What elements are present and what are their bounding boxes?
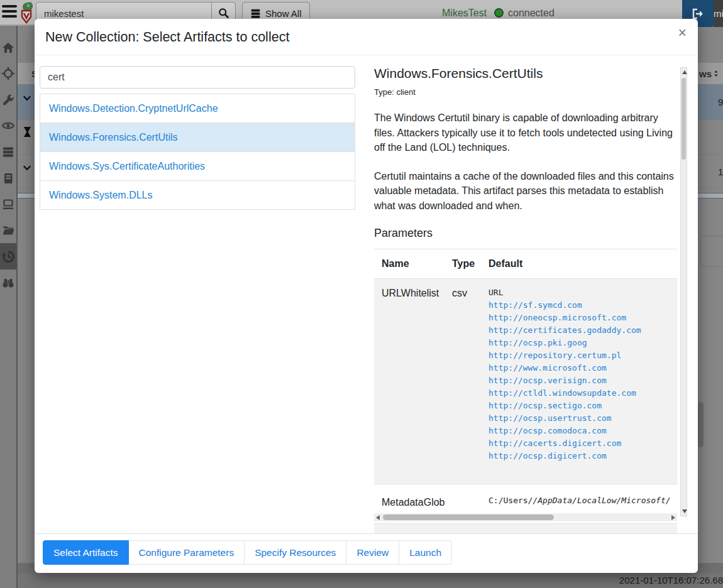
wizard-step-launch[interactable]: Launch [399,540,452,565]
crosshair-icon [2,67,14,80]
background-lower-band [18,563,35,573]
parameter-row-alsoupload: AlsoUpload bool [374,524,677,534]
header-type: Type [450,249,487,278]
laptop-icon [2,198,14,210]
background-table-left-sliver: S [18,26,35,573]
wizard-step-specify-resources[interactable]: Specify Resources [244,540,346,565]
artifact-type: Type: client [374,87,677,97]
url-column-label: URL [488,286,675,299]
artifact-details-panel: Windows.Forensics.CertUtils Type: client… [374,66,687,534]
background-cell-value: 9 [718,85,723,119]
parameter-name: AlsoUpload [374,524,450,534]
artifact-list-item[interactable]: Windows.Sys.CertificateAuthorities [40,152,355,181]
url-link[interactable]: http://ocsp.usertrust.com [488,412,675,425]
wizard-steps: Select Artifacts Configure Parameters Sp… [43,540,452,565]
close-icon[interactable]: × [678,26,687,40]
url-link[interactable]: http://ocsp.sectigo.com [488,400,675,412]
parameters-heading: Parameters [374,227,677,240]
home-icon [2,41,14,54]
parameters-table: Name Type Default URLWhitelist csv URL h… [374,249,677,534]
parameter-default [487,524,677,534]
artifact-list-item-selected[interactable]: Windows.Forensics.CertUtils [40,123,355,152]
chevron-down-icon [22,163,32,173]
background-blue-edge [18,193,35,199]
vertical-scroll-thumb[interactable] [682,78,686,160]
sidebar-item-server-dashboard[interactable] [0,140,16,164]
url-link[interactable]: http://oneocsp.microsoft.com [488,312,675,324]
sidebar-item-virtual-filesystem[interactable] [0,219,16,242]
vertical-scrollbar[interactable] [680,67,687,516]
url-link[interactable]: http://cacerts.digicert.com [488,437,675,450]
url-link[interactable]: http://ctldl.windowsupdate.com [488,387,675,400]
wrench-icon [2,94,14,106]
url-link[interactable]: http://ocsp.pki.goog [488,337,675,349]
sidebar-item-search[interactable] [0,271,16,295]
background-row [698,119,723,154]
history-icon [2,250,15,263]
artifact-list-item[interactable]: Windows.System.DLLs [40,181,355,210]
navigation-sidebar [0,26,18,588]
url-link[interactable]: http://ocsp.verisign.com [488,374,675,387]
header-name: Name [374,249,450,278]
background-column-header-right: ws [698,63,723,85]
sidebar-item-notebooks[interactable] [0,166,16,190]
sidebar-item-hunts[interactable] [0,62,16,85]
url-link[interactable]: http://ocsp.comodoca.com [488,425,675,437]
modal-footer: Select Artifacts Configure Parameters Sp… [35,533,698,573]
scroll-down-icon [682,509,687,513]
app-root: Show All MikesTest connected mi [0,0,723,588]
artifact-description-paragraph: Certutil maintains a cache of the downlo… [374,169,677,214]
user-menu-fragment[interactable]: mi [714,0,723,27]
background-lower-band [698,563,723,573]
folder-open-icon [2,224,14,237]
sidebar-item-server-artifacts[interactable] [0,88,16,112]
sidebar-item-home[interactable] [0,36,16,60]
glob-italic-path: /AppData/LocalLow/Microsoft/ [533,496,670,505]
hourglass-icon [22,126,33,138]
parameter-row-urlwhitelist: URLWhitelist csv URL http://sf.symcd.com… [374,279,677,484]
velociraptor-logo [18,1,35,28]
background-row [18,119,35,154]
artifact-list-item[interactable]: Windows.Detection.CryptnetUrlCache [40,94,355,123]
artifact-search-input[interactable] [40,66,355,89]
horizontal-scroll-thumb[interactable] [383,514,554,520]
scroll-left-icon [376,515,380,520]
new-collection-modal: New Collection: Select Artifacts to coll… [35,19,698,573]
background-bottom-band: 2021-01-10T16:07:26.68 [18,573,723,588]
artifact-description-paragraph: The Windows Certutil binary is capable o… [374,111,677,155]
parameter-name: URLWhitelist [374,279,450,484]
parameters-table-header-row: Name Type Default [374,249,677,279]
sort-icon [712,68,720,79]
background-column-header-left: S [18,63,35,85]
logout-icon [692,8,704,20]
wizard-step-configure-parameters[interactable]: Configure Parameters [128,540,245,565]
chevron-down-icon [22,93,32,103]
background-card-outline [700,236,723,267]
url-link[interactable]: http://www.microsoft.com [488,362,675,374]
wizard-step-review[interactable]: Review [346,540,399,565]
background-row [18,154,35,188]
artifact-list: Windows.Detection.CryptnetUrlCache Windo… [40,94,355,210]
url-link[interactable]: http://repository.certum.pl [488,349,675,362]
url-link[interactable]: http://ocsp.digicert.com [488,450,675,462]
hamburger-menu-icon[interactable] [2,5,17,21]
horizontal-scrollbar[interactable] [374,513,677,521]
sidebar-item-collected-flows[interactable] [0,243,16,270]
notebook-icon [2,172,14,185]
background-row-selected: 9 [698,85,723,119]
server-list-icon [250,8,261,19]
url-link[interactable]: http://certificates.godaddy.com [488,324,675,337]
search-icon [218,8,229,19]
background-scrollbar-thumb [698,402,704,447]
modal-title: New Collection: Select Artifacts to coll… [45,19,289,55]
sidebar-item-server-events[interactable] [0,114,16,138]
parameter-default: URL http://sf.symcd.com http://oneocsp.m… [487,279,677,484]
background-blue-edge [698,193,723,199]
artifact-title: Windows.Forensics.CertUtils [374,66,677,81]
modal-header: New Collection: Select Artifacts to coll… [35,19,698,55]
server-stack-icon [2,146,14,158]
url-link[interactable]: http://sf.symcd.com [488,299,675,312]
wizard-step-select-artifacts[interactable]: Select Artifacts [43,540,129,565]
header-default: Default [487,249,677,278]
sidebar-item-host-information[interactable] [0,192,16,216]
